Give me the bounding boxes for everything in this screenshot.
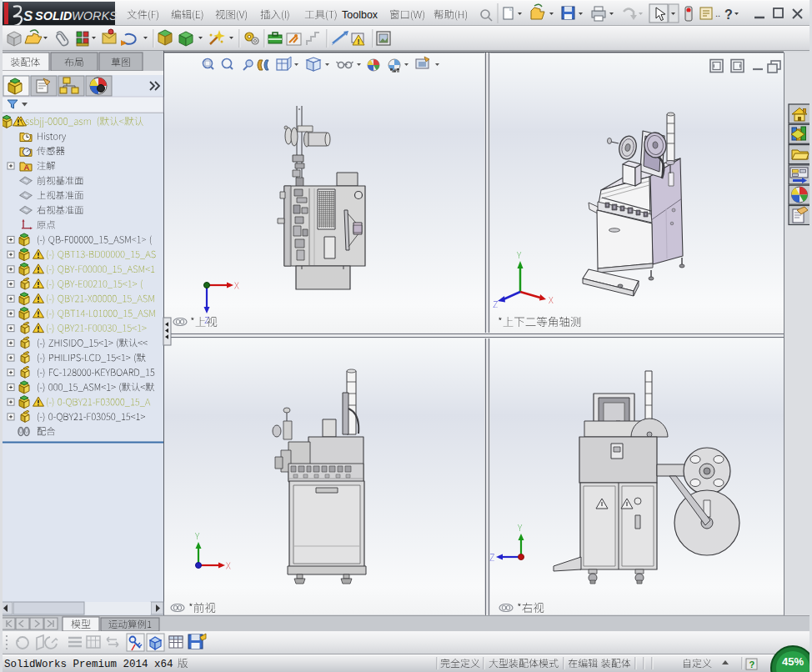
svg-text:..: ..	[715, 8, 720, 18]
svg-text:45%: 45%	[782, 655, 804, 668]
svg-text:?: ?	[724, 8, 733, 22]
svg-text:S: S	[23, 8, 33, 24]
svg-text:?: ?	[749, 659, 755, 669]
svg-text:!: !	[358, 38, 360, 46]
svg-text:SOLID: SOLID	[35, 9, 73, 23]
svg-text:A: A	[24, 163, 30, 172]
svg-text:SolidWorks Premium 2014 x64: SolidWorks Premium 2014 x64	[4, 659, 173, 670]
svg-text:Toolbox: Toolbox	[342, 9, 378, 21]
svg-text:WORKS: WORKS	[72, 9, 118, 23]
